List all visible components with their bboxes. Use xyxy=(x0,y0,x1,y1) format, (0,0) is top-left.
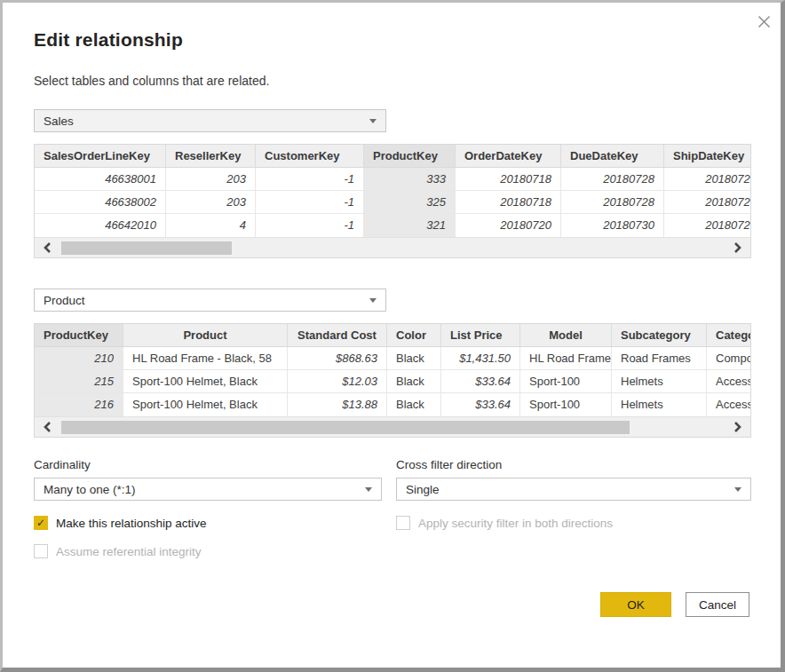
table-cell[interactable]: $12.03 xyxy=(288,370,387,393)
table-cell[interactable]: Sport-100 xyxy=(520,370,612,393)
column-header-subcategory[interactable]: Subcategory xyxy=(612,324,707,347)
table-cell[interactable]: $13.88 xyxy=(288,393,387,416)
scroll-right-icon[interactable] xyxy=(726,417,750,438)
scrollbar-track[interactable] xyxy=(59,241,726,255)
table-cell[interactable]: 216 xyxy=(35,393,123,416)
cardinality-label: Cardinality xyxy=(34,458,382,478)
sales-table-clip: SalesOrderLineKeyResellerKeyCustomerKeyP… xyxy=(35,145,750,237)
table-cell[interactable]: 325 xyxy=(364,191,456,214)
checkbox-checked-icon[interactable]: ✓ xyxy=(34,516,48,530)
checkbox-unchecked-icon xyxy=(34,544,48,558)
scroll-right-icon[interactable] xyxy=(726,238,750,258)
table-cell[interactable]: 20180728 xyxy=(561,191,664,214)
table-cell[interactable]: -1 xyxy=(256,191,364,214)
scrollbar-thumb[interactable] xyxy=(61,241,232,255)
table-select-product-value: Product xyxy=(44,294,85,307)
table-body: 210HL Road Frame - Black, 58$868.63Black… xyxy=(35,347,750,416)
table-cell[interactable]: 20180718 xyxy=(456,191,561,214)
cardinality-dropdown[interactable]: Many to one (*:1) xyxy=(34,478,382,501)
checkbox-referential-integrity: Assume referential integrity xyxy=(34,544,382,558)
table-cell[interactable]: $33.64 xyxy=(441,393,520,416)
close-icon[interactable] xyxy=(754,12,773,31)
column-header-resellerkey[interactable]: ResellerKey xyxy=(166,145,256,168)
column-header-shipdatekey[interactable]: ShipDateKey xyxy=(664,145,750,168)
table-cell[interactable]: Components xyxy=(707,347,750,370)
column-header-standard-cost[interactable]: Standard Cost xyxy=(288,324,387,347)
column-header-product[interactable]: Product xyxy=(123,324,288,347)
chevron-down-icon xyxy=(365,487,372,492)
checkbox-label: Apply security filter in both directions xyxy=(418,517,613,530)
table-cell[interactable]: Road Frames xyxy=(612,347,707,370)
table-cell[interactable]: 321 xyxy=(364,214,456,237)
table-cell[interactable]: 210 xyxy=(35,347,123,370)
table-row: 46638002203-1325201807182018072820180725 xyxy=(35,191,750,214)
table-cell[interactable]: HL Road Frame xyxy=(520,347,612,370)
table-cell[interactable]: 203 xyxy=(166,168,256,191)
table-cell[interactable]: $868.63 xyxy=(288,347,387,370)
cross-filter-dropdown[interactable]: Single xyxy=(396,478,751,501)
column-header-color[interactable]: Color xyxy=(387,324,441,347)
table-row: 46638001203-1333201807182018072820180725 xyxy=(35,168,750,191)
column-header-productkey[interactable]: ProductKey xyxy=(364,145,456,168)
table-cell[interactable]: $33.64 xyxy=(441,370,520,393)
table-cell[interactable]: Accessories xyxy=(707,370,750,393)
cross-filter-section: Cross filter direction Single Apply secu… xyxy=(396,458,751,558)
cardinality-section: Cardinality Many to one (*:1) ✓ Make thi… xyxy=(34,458,382,558)
product-table-clip: ProductKeyProductStandard CostColorList … xyxy=(35,324,750,416)
checkbox-make-active[interactable]: ✓ Make this relationship active xyxy=(34,516,382,530)
column-header-model[interactable]: Model xyxy=(520,324,612,347)
relationship-options: Cardinality Many to one (*:1) ✓ Make thi… xyxy=(34,458,749,558)
table-header-row: SalesOrderLineKeyResellerKeyCustomerKeyP… xyxy=(35,145,750,168)
table-cell[interactable]: 20180727 xyxy=(664,214,750,237)
table-cell[interactable]: 46638001 xyxy=(35,168,166,191)
table-cell[interactable]: 20180718 xyxy=(456,168,561,191)
checkbox-label[interactable]: Make this relationship active xyxy=(56,517,207,530)
table-cell[interactable]: Helmets xyxy=(612,370,707,393)
table-cell[interactable]: Sport-100 Helmet, Black xyxy=(123,393,288,416)
table-cell[interactable]: Black xyxy=(387,370,441,393)
table-cell[interactable]: 46642010 xyxy=(35,214,166,237)
table-cell[interactable]: Sport-100 Helmet, Black xyxy=(123,370,288,393)
table-cell[interactable]: 215 xyxy=(35,370,123,393)
table-cell[interactable]: 20180725 xyxy=(664,168,750,191)
sales-preview-table: SalesOrderLineKeyResellerKeyCustomerKeyP… xyxy=(34,144,751,258)
column-header-duedatekey[interactable]: DueDateKey xyxy=(561,145,664,168)
column-header-customerkey[interactable]: CustomerKey xyxy=(256,145,364,168)
table-cell[interactable]: $1,431.50 xyxy=(441,347,520,370)
table-cell[interactable]: Black xyxy=(387,393,441,416)
column-header-salesorderlinekey[interactable]: SalesOrderLineKey xyxy=(35,145,166,168)
scroll-left-icon[interactable] xyxy=(35,238,59,258)
table-cell[interactable]: 20180725 xyxy=(664,191,750,214)
table-select-product[interactable]: Product xyxy=(34,289,386,312)
table-cell[interactable]: -1 xyxy=(256,168,364,191)
cardinality-value: Many to one (*:1) xyxy=(44,483,136,496)
table-cell[interactable]: 333 xyxy=(364,168,456,191)
table-cell[interactable]: 20180728 xyxy=(561,168,664,191)
column-header-category[interactable]: Category xyxy=(707,324,750,347)
table-cell[interactable]: HL Road Frame - Black, 58 xyxy=(123,347,288,370)
column-header-list-price[interactable]: List Price xyxy=(441,324,520,347)
column-header-productkey[interactable]: ProductKey xyxy=(35,324,123,347)
checkbox-unchecked-icon xyxy=(396,516,410,530)
scrollbar-track[interactable] xyxy=(59,421,726,434)
table-cell[interactable]: -1 xyxy=(256,214,364,237)
table-cell[interactable]: Accessories xyxy=(707,393,750,416)
table-cell[interactable]: Helmets xyxy=(612,393,707,416)
table-cell[interactable]: 20180730 xyxy=(561,214,664,237)
checkbox-label: Assume referential integrity xyxy=(56,545,202,558)
ok-button[interactable]: OK xyxy=(600,592,671,617)
column-header-orderdatekey[interactable]: OrderDateKey xyxy=(456,145,561,168)
table-cell[interactable]: Sport-100 xyxy=(520,393,612,416)
cancel-button[interactable]: Cancel xyxy=(686,592,749,617)
scroll-left-icon[interactable] xyxy=(35,417,59,438)
table-select-sales[interactable]: Sales xyxy=(34,109,386,132)
table-cell[interactable]: 46638002 xyxy=(35,191,166,214)
table-cell[interactable]: Black xyxy=(387,347,441,370)
scrollbar-thumb[interactable] xyxy=(61,421,630,434)
table-select-sales-value: Sales xyxy=(44,115,74,128)
table-cell[interactable]: 20180720 xyxy=(456,214,561,237)
horizontal-scrollbar xyxy=(35,237,750,257)
table-row: 216Sport-100 Helmet, Black$13.88Black$33… xyxy=(35,393,750,416)
table-cell[interactable]: 4 xyxy=(166,214,256,237)
table-cell[interactable]: 203 xyxy=(166,191,256,214)
